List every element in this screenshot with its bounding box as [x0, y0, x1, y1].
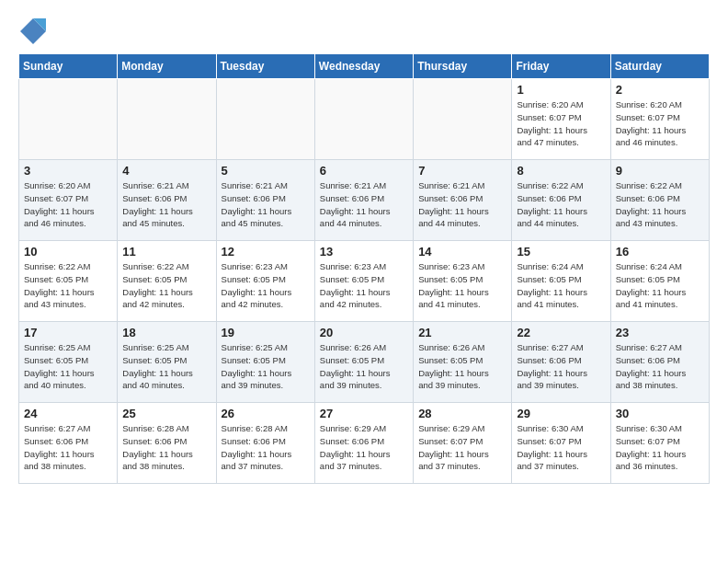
day-number: 24	[24, 407, 112, 420]
calendar-cell: 20Sunrise: 6:26 AM Sunset: 6:05 PM Dayli…	[314, 322, 413, 403]
week-row-5: 24Sunrise: 6:27 AM Sunset: 6:06 PM Dayli…	[19, 403, 710, 484]
weekday-header-monday: Monday	[118, 54, 216, 79]
calendar-cell: 22Sunrise: 6:27 AM Sunset: 6:06 PM Dayli…	[512, 322, 610, 403]
day-number: 10	[24, 245, 112, 259]
calendar-cell: 2Sunrise: 6:20 AM Sunset: 6:07 PM Daylig…	[610, 79, 709, 160]
day-number: 20	[320, 326, 408, 339]
day-info: Sunrise: 6:24 AM Sunset: 6:05 PM Dayligh…	[616, 260, 704, 311]
day-number: 9	[616, 164, 704, 178]
logo	[18, 22, 46, 44]
day-number: 7	[418, 164, 506, 178]
day-number: 1	[517, 83, 605, 97]
day-info: Sunrise: 6:23 AM Sunset: 6:05 PM Dayligh…	[418, 260, 506, 311]
calendar-cell: 17Sunrise: 6:25 AM Sunset: 6:05 PM Dayli…	[19, 322, 118, 403]
day-number: 12	[222, 245, 310, 259]
week-row-3: 10Sunrise: 6:22 AM Sunset: 6:05 PM Dayli…	[19, 241, 710, 322]
day-info: Sunrise: 6:21 AM Sunset: 6:06 PM Dayligh…	[122, 179, 210, 230]
calendar-cell	[19, 79, 118, 160]
calendar-cell: 11Sunrise: 6:22 AM Sunset: 6:05 PM Dayli…	[118, 241, 216, 322]
day-number: 15	[517, 245, 605, 259]
calendar-cell	[216, 79, 314, 160]
calendar-cell	[118, 79, 216, 160]
day-number: 13	[320, 245, 408, 259]
day-info: Sunrise: 6:20 AM Sunset: 6:07 PM Dayligh…	[616, 98, 704, 149]
calendar-cell: 8Sunrise: 6:22 AM Sunset: 6:06 PM Daylig…	[512, 160, 610, 241]
weekday-header-friday: Friday	[512, 54, 610, 79]
calendar-cell: 3Sunrise: 6:20 AM Sunset: 6:07 PM Daylig…	[19, 160, 118, 241]
day-number: 8	[517, 164, 605, 178]
day-number: 2	[616, 83, 704, 97]
calendar-cell: 13Sunrise: 6:23 AM Sunset: 6:05 PM Dayli…	[314, 241, 413, 322]
week-row-1: 1Sunrise: 6:20 AM Sunset: 6:07 PM Daylig…	[19, 79, 710, 160]
day-number: 30	[616, 407, 704, 420]
day-info: Sunrise: 6:21 AM Sunset: 6:06 PM Dayligh…	[320, 179, 408, 230]
calendar-cell: 29Sunrise: 6:30 AM Sunset: 6:07 PM Dayli…	[512, 403, 610, 484]
day-info: Sunrise: 6:29 AM Sunset: 6:06 PM Dayligh…	[320, 422, 408, 473]
day-info: Sunrise: 6:28 AM Sunset: 6:06 PM Dayligh…	[122, 422, 210, 473]
day-number: 27	[320, 407, 408, 420]
calendar-cell: 15Sunrise: 6:24 AM Sunset: 6:05 PM Dayli…	[512, 241, 610, 322]
day-number: 14	[418, 245, 506, 259]
day-info: Sunrise: 6:25 AM Sunset: 6:05 PM Dayligh…	[24, 341, 112, 392]
day-number: 4	[122, 164, 210, 178]
calendar-cell: 5Sunrise: 6:21 AM Sunset: 6:06 PM Daylig…	[216, 160, 314, 241]
day-info: Sunrise: 6:22 AM Sunset: 6:06 PM Dayligh…	[616, 179, 704, 230]
calendar-cell: 26Sunrise: 6:28 AM Sunset: 6:06 PM Dayli…	[216, 403, 314, 484]
calendar-cell: 21Sunrise: 6:26 AM Sunset: 6:05 PM Dayli…	[414, 322, 512, 403]
day-number: 18	[122, 326, 210, 339]
weekday-header-saturday: Saturday	[610, 54, 709, 79]
day-info: Sunrise: 6:26 AM Sunset: 6:05 PM Dayligh…	[418, 341, 506, 392]
calendar-cell: 18Sunrise: 6:25 AM Sunset: 6:05 PM Dayli…	[118, 322, 216, 403]
day-info: Sunrise: 6:22 AM Sunset: 6:05 PM Dayligh…	[24, 260, 112, 311]
day-info: Sunrise: 6:22 AM Sunset: 6:05 PM Dayligh…	[122, 260, 210, 311]
day-info: Sunrise: 6:23 AM Sunset: 6:05 PM Dayligh…	[222, 260, 310, 311]
day-number: 26	[222, 407, 310, 420]
day-info: Sunrise: 6:30 AM Sunset: 6:07 PM Dayligh…	[517, 422, 605, 473]
calendar-cell	[414, 79, 512, 160]
day-info: Sunrise: 6:25 AM Sunset: 6:05 PM Dayligh…	[122, 341, 210, 392]
calendar-cell: 7Sunrise: 6:21 AM Sunset: 6:06 PM Daylig…	[414, 160, 512, 241]
calendar-cell: 19Sunrise: 6:25 AM Sunset: 6:05 PM Dayli…	[216, 322, 314, 403]
day-number: 29	[517, 407, 605, 420]
day-info: Sunrise: 6:30 AM Sunset: 6:07 PM Dayligh…	[616, 422, 704, 473]
day-info: Sunrise: 6:25 AM Sunset: 6:05 PM Dayligh…	[222, 341, 310, 392]
day-info: Sunrise: 6:27 AM Sunset: 6:06 PM Dayligh…	[24, 422, 112, 473]
calendar-cell: 4Sunrise: 6:21 AM Sunset: 6:06 PM Daylig…	[118, 160, 216, 241]
header	[18, 18, 710, 44]
calendar-page: SundayMondayTuesdayWednesdayThursdayFrid…	[0, 0, 728, 493]
calendar-cell: 24Sunrise: 6:27 AM Sunset: 6:06 PM Dayli…	[19, 403, 118, 484]
day-number: 17	[24, 326, 112, 339]
logo-icon	[20, 18, 46, 44]
day-info: Sunrise: 6:27 AM Sunset: 6:06 PM Dayligh…	[517, 341, 605, 392]
day-number: 23	[616, 326, 704, 339]
day-number: 19	[222, 326, 310, 339]
weekday-header-sunday: Sunday	[19, 54, 118, 79]
calendar-cell: 12Sunrise: 6:23 AM Sunset: 6:05 PM Dayli…	[216, 241, 314, 322]
day-info: Sunrise: 6:24 AM Sunset: 6:05 PM Dayligh…	[517, 260, 605, 311]
weekday-header-row: SundayMondayTuesdayWednesdayThursdayFrid…	[19, 54, 710, 79]
day-info: Sunrise: 6:22 AM Sunset: 6:06 PM Dayligh…	[517, 179, 605, 230]
day-number: 22	[517, 326, 605, 339]
day-number: 5	[222, 164, 310, 178]
calendar-cell: 6Sunrise: 6:21 AM Sunset: 6:06 PM Daylig…	[314, 160, 413, 241]
day-info: Sunrise: 6:20 AM Sunset: 6:07 PM Dayligh…	[24, 179, 112, 230]
calendar-cell: 28Sunrise: 6:29 AM Sunset: 6:07 PM Dayli…	[414, 403, 512, 484]
day-number: 6	[320, 164, 408, 178]
calendar-cell: 1Sunrise: 6:20 AM Sunset: 6:07 PM Daylig…	[512, 79, 610, 160]
weekday-header-tuesday: Tuesday	[216, 54, 314, 79]
day-number: 21	[418, 326, 506, 339]
day-number: 16	[616, 245, 704, 259]
day-info: Sunrise: 6:20 AM Sunset: 6:07 PM Dayligh…	[517, 98, 605, 149]
day-info: Sunrise: 6:26 AM Sunset: 6:05 PM Dayligh…	[320, 341, 408, 392]
day-number: 28	[418, 407, 506, 420]
day-info: Sunrise: 6:29 AM Sunset: 6:07 PM Dayligh…	[418, 422, 506, 473]
calendar-cell	[314, 79, 413, 160]
day-info: Sunrise: 6:23 AM Sunset: 6:05 PM Dayligh…	[320, 260, 408, 311]
day-info: Sunrise: 6:27 AM Sunset: 6:06 PM Dayligh…	[616, 341, 704, 392]
day-number: 3	[24, 164, 112, 178]
calendar-table: SundayMondayTuesdayWednesdayThursdayFrid…	[18, 53, 710, 484]
weekday-header-thursday: Thursday	[414, 54, 512, 79]
day-info: Sunrise: 6:21 AM Sunset: 6:06 PM Dayligh…	[418, 179, 506, 230]
day-number: 25	[122, 407, 210, 420]
calendar-cell: 27Sunrise: 6:29 AM Sunset: 6:06 PM Dayli…	[314, 403, 413, 484]
